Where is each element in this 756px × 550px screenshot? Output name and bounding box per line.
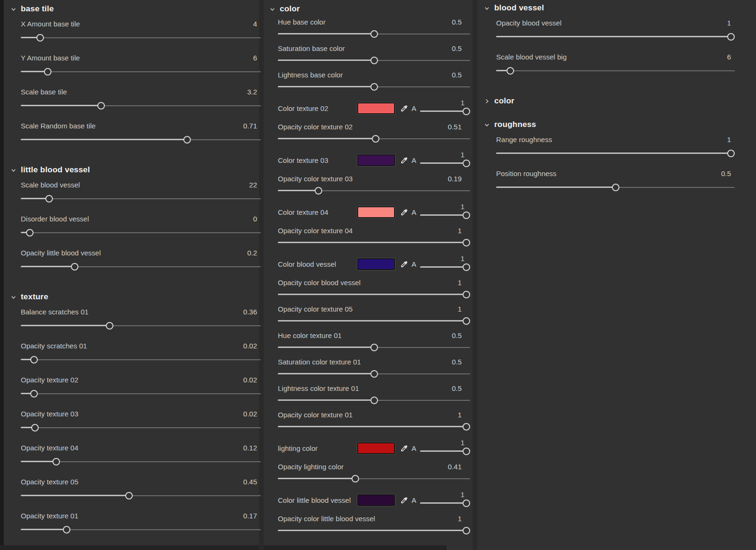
eyedropper-button[interactable] [400,260,408,268]
slider[interactable] [21,260,261,273]
chevron-down-icon[interactable] [269,6,275,12]
eyedropper-button[interactable] [400,444,408,452]
slider-handle[interactable] [463,423,470,431]
chevron-down-icon[interactable] [10,6,17,12]
slider[interactable] [21,192,261,205]
slider-handle[interactable] [63,526,70,533]
slider-handle[interactable] [370,344,378,351]
slider[interactable] [21,226,261,239]
slider[interactable] [21,319,261,332]
slider[interactable] [278,315,470,327]
eyedropper-button[interactable] [400,104,408,112]
slider[interactable] [420,159,470,168]
slider[interactable] [278,525,470,536]
slider-handle[interactable] [463,291,470,298]
slider[interactable] [278,55,470,66]
slider-handle[interactable] [727,33,735,41]
slider[interactable] [278,289,470,300]
slider-handle[interactable] [463,317,470,325]
color-swatch[interactable] [357,258,395,270]
color-swatch[interactable] [357,154,395,166]
slider[interactable] [21,421,261,434]
slider-handle[interactable] [370,57,378,64]
eyedropper-button[interactable] [400,208,408,216]
slider-handle[interactable] [463,160,470,167]
eyedropper-button[interactable] [400,156,408,164]
slider-handle[interactable] [370,397,378,404]
section-header-little-blood-vessel[interactable]: little blood vessel [10,164,259,176]
eyedropper-icon[interactable] [400,444,408,452]
chevron-right-icon[interactable] [484,98,490,104]
slider[interactable] [496,181,735,194]
section-header-base-tile[interactable]: base tile [10,3,259,15]
slider[interactable] [21,133,261,146]
slider[interactable] [420,447,470,456]
slider[interactable] [278,473,470,484]
eyedropper-icon[interactable] [400,104,408,112]
chevron-down-icon[interactable] [10,294,17,300]
slider-handle[interactable] [36,34,44,42]
chevron-down-icon[interactable] [10,167,17,173]
slider-handle[interactable] [26,229,34,237]
slider-handle[interactable] [463,263,470,271]
slider-handle[interactable] [352,475,359,482]
slider-handle[interactable] [463,448,470,455]
slider[interactable] [496,30,735,43]
chevron-down-icon[interactable] [484,5,490,11]
slider-handle[interactable] [315,187,322,195]
slider[interactable] [21,387,261,400]
slider-handle[interactable] [463,527,470,534]
slider[interactable] [278,395,470,406]
slider-handle[interactable] [30,390,38,398]
slider[interactable] [278,237,470,248]
slider-handle[interactable] [370,83,378,91]
section-header-roughness[interactable]: roughness [484,118,756,131]
slider-handle[interactable] [727,150,735,157]
slider[interactable] [278,342,470,353]
slider[interactable] [278,421,470,432]
slider[interactable] [420,499,470,508]
slider-handle[interactable] [45,195,53,203]
eyedropper-icon[interactable] [400,156,408,164]
slider-handle[interactable] [97,102,105,110]
slider-handle[interactable] [463,499,470,507]
slider[interactable] [420,211,470,220]
slider-handle[interactable] [44,68,52,76]
section-header-texture[interactable]: texture [10,291,259,303]
slider[interactable] [21,65,261,78]
slider[interactable] [496,147,735,160]
slider-handle[interactable] [183,136,191,144]
slider[interactable] [21,99,261,112]
eyedropper-icon[interactable] [400,260,408,268]
color-swatch[interactable] [357,102,395,114]
eyedropper-icon[interactable] [400,208,408,216]
slider-handle[interactable] [71,263,78,271]
slider[interactable] [21,523,261,536]
color-swatch[interactable] [357,494,395,506]
chevron-down-icon[interactable] [484,122,490,128]
slider[interactable] [420,107,470,116]
color-swatch[interactable] [357,206,395,218]
slider-handle[interactable] [372,135,379,143]
slider-handle[interactable] [370,30,378,38]
slider[interactable] [278,133,470,144]
slider[interactable] [21,31,261,44]
slider[interactable] [21,455,261,468]
slider[interactable] [21,489,261,502]
slider-handle[interactable] [125,492,133,499]
color-swatch[interactable] [357,442,395,454]
slider[interactable] [278,368,470,380]
section-header-blood-vessel[interactable]: blood vessel [484,2,756,14]
slider-handle[interactable] [106,322,113,330]
slider[interactable] [496,64,735,77]
slider-handle[interactable] [463,108,470,115]
slider[interactable] [21,353,261,366]
slider-handle[interactable] [463,239,470,246]
slider-handle[interactable] [30,356,38,364]
section-header-color[interactable]: color [484,95,756,107]
slider-handle[interactable] [463,212,470,219]
slider-handle[interactable] [52,458,60,465]
slider[interactable] [278,28,470,40]
eyedropper-button[interactable] [400,496,408,504]
section-header-color[interactable]: color [269,3,472,15]
